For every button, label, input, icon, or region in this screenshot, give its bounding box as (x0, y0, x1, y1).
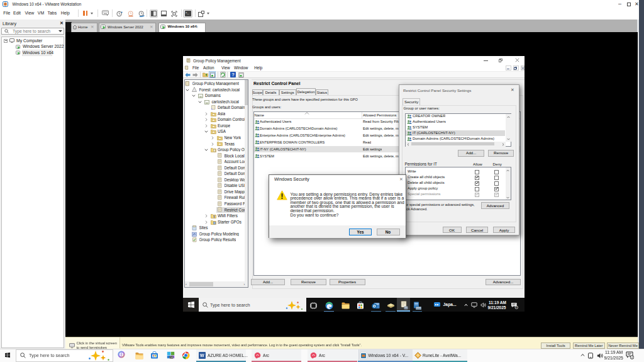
svg-text:1: 1 (516, 306, 518, 308)
svg-text:CMS: CMS (169, 356, 173, 359)
